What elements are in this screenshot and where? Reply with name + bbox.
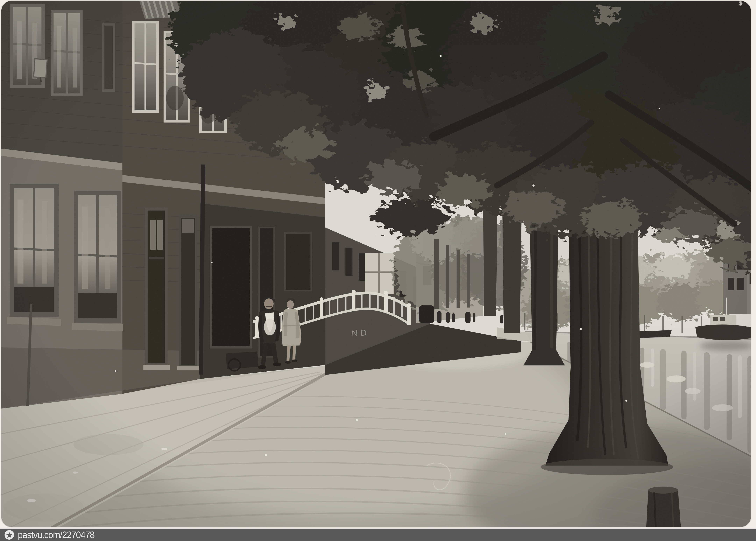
- film-grain: [0, 0, 756, 541]
- pastvu-star-logo-icon: [4, 530, 14, 540]
- watermark-text: pastvu.com/2270478: [18, 529, 95, 541]
- watermark-bar: pastvu.com/2270478: [0, 529, 756, 541]
- scanned-photo: ND: [0, 0, 756, 541]
- photo-image: ND: [0, 0, 756, 541]
